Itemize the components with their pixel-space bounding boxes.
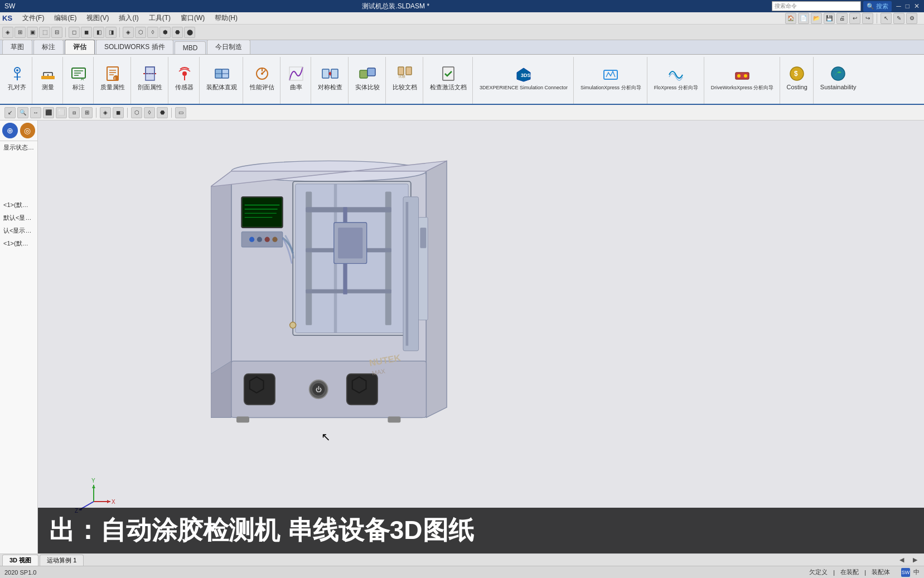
sensor-btn[interactable]: 传感器 [172,58,197,98]
tb-icon5[interactable]: ⊟ [51,27,62,38]
annotation-icon: A [70,65,88,83]
svg-rect-41 [406,67,412,75]
bottom-tab-motion[interactable]: 运动算例 1 [40,555,84,566]
group-annotation: A 标注 [64,57,94,104]
menu-edit[interactable]: 编辑(E) [50,12,81,24]
annotation-btn[interactable]: A 标注 [66,58,91,98]
hole-align-btn[interactable]: 孔对齐 [4,58,30,98]
view-btn12[interactable]: ⬣ [157,107,168,118]
curve-label: 曲率 [290,84,302,91]
search-button[interactable]: 🔍 搜索 [863,1,892,12]
tool-btn[interactable]: ⚙ [906,13,917,24]
sensor-label: 传感器 [175,84,193,91]
svg-point-1 [16,69,18,71]
view-btn8[interactable]: ◈ [100,107,111,118]
undo-btn[interactable]: ↩ [849,13,860,24]
tab-solidworks-plugins[interactable]: SOLIDWORKS 插件 [96,40,173,54]
menu-file[interactable]: 文件(F) [18,12,49,24]
tb-icon8[interactable]: ◧ [93,27,104,38]
solid-compare-btn[interactable]: 实体比较 [352,58,383,98]
sustainability-btn[interactable]: Sustainability [817,58,860,98]
open-btn[interactable]: 📂 [811,13,822,24]
svg-rect-88 [403,197,419,351]
menu-tools[interactable]: 工具(T) [144,12,175,24]
status-separator2: | [864,569,866,576]
view-btn2[interactable]: 🔍 [17,107,28,118]
view-btn1[interactable]: ↙ [4,107,16,118]
viewport[interactable]: ⬡ ⬡ ⏻ NUTEK MAX [38,121,924,553]
tb-icon13[interactable]: ⬢ [159,27,171,38]
assembly-btn[interactable]: 装配体直观 [203,58,240,98]
3dexperience-btn[interactable]: 3DS 3DEXPERIENCE Simulation Connector [476,58,571,98]
driveworks-btn[interactable]: DriveWorksXpress 分析向导 [708,58,777,98]
redo-btn[interactable]: ↪ [862,13,873,24]
print-btn[interactable]: 🖨 [836,13,848,24]
floworks-label: FloXpress 分析向导 [654,85,698,91]
sidebar-item2[interactable]: 默认<显示状 [0,211,37,224]
save-btn[interactable]: 💾 [824,13,835,24]
search-box[interactable]: 搜索命令 [772,1,861,11]
sketch-btn[interactable]: ✎ [893,13,904,24]
tab-annotation[interactable]: 标注 [33,40,64,54]
scroll-left[interactable]: ◀ [895,556,908,563]
view-btn5[interactable]: ⬜ [56,107,67,118]
select-btn[interactable]: ↖ [881,13,892,24]
file-compare-btn[interactable]: 比较 比较文档 [389,58,420,98]
measure-btn[interactable]: 测量 [36,58,60,98]
minimize-button[interactable]: ─ [896,2,901,10]
scroll-right[interactable]: ▶ [908,556,922,563]
view-btn9[interactable]: ◼ [113,107,124,118]
sidebar-item1[interactable]: <1>(默认<显 [0,199,37,211]
tb-icon10[interactable]: ◈ [123,27,134,38]
tb-icon11[interactable]: ⬡ [135,27,146,38]
new-btn[interactable]: 📄 [798,13,809,24]
bottom-tab-3d[interactable]: 3D 视图 [2,555,38,566]
sidebar-btn-plus[interactable]: ⊕ [2,123,18,138]
view-btn10[interactable]: ⬡ [131,107,142,118]
tb-icon9[interactable]: ◨ [105,27,117,38]
view-btn13[interactable]: ▭ [175,107,186,118]
floworks-btn[interactable]: FloXpress 分析向导 [651,58,702,98]
tb-icon3[interactable]: ▣ [27,27,38,38]
tb-icon4[interactable]: ⬚ [39,27,50,38]
tb-icon1[interactable]: ◈ [2,27,13,38]
tab-mbd[interactable]: MBD [175,41,206,54]
performance-btn[interactable]: 性能评估 [246,58,278,98]
view-btn3[interactable]: ↔ [30,107,41,118]
quality-btn[interactable]: i 质量属性 [97,58,128,98]
section-btn[interactable]: 剖面属性 [134,58,166,98]
tb-icon7[interactable]: ◼ [81,27,92,38]
curve-btn[interactable]: 曲率 [284,58,308,98]
tb-icon15[interactable]: ⬤ [184,27,195,38]
svg-rect-46 [604,70,617,79]
check-doc-btn[interactable]: 检查激活文档 [427,58,470,98]
simulation-btn[interactable]: SimulationXpress 分析向导 [577,58,645,98]
view-btn11[interactable]: ◊ [144,107,155,118]
tab-draft[interactable]: 草图 [2,40,32,54]
tb-icon14[interactable]: ⬣ [172,27,183,38]
sidebar-item4[interactable]: <1>(默认<显 [0,237,37,250]
check-doc-label: 检查激活文档 [430,84,467,91]
tb-icon12[interactable]: ◊ [147,27,158,38]
compare-btn[interactable]: 对称检查 [315,58,346,98]
view-btn6[interactable]: ⧈ [69,107,80,118]
menu-view[interactable]: 视图(V) [82,12,113,24]
tb-icon6[interactable]: ◻ [69,27,80,38]
close-button[interactable]: ✕ [914,2,920,10]
sidebar-item3[interactable]: 认<显示状态- [0,224,37,237]
solid-compare-icon [359,65,376,83]
view-btn7[interactable]: ⊞ [81,107,93,118]
sidebar-btn-circle[interactable]: ◎ [20,123,36,138]
menu-window[interactable]: 窗口(W) [176,12,209,24]
tab-evaluate[interactable]: 评估 [65,40,95,54]
home-btn[interactable]: 🏠 [785,13,796,24]
view-btn4[interactable]: ⬛ [43,107,54,118]
menu-insert[interactable]: 插入(I) [114,12,143,24]
menu-help[interactable]: 帮助(H) [210,12,242,24]
maximize-button[interactable]: □ [906,2,910,10]
costing-btn[interactable]: $ Costing [783,58,811,98]
solidworks-label: KS [2,14,12,22]
tb-icon2[interactable]: ⊞ [14,27,26,38]
tab-today-manufacture[interactable]: 今日制造 [207,40,250,54]
svg-rect-4 [41,76,55,79]
